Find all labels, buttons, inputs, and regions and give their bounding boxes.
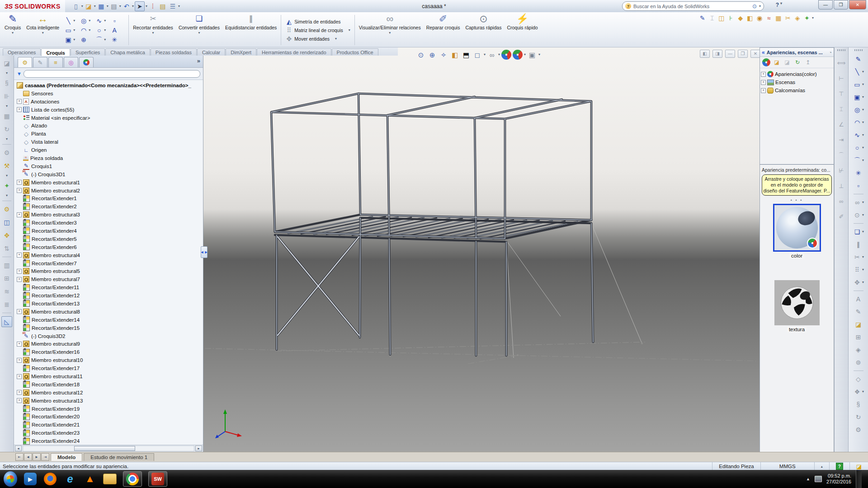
tab-chapa-met-lica[interactable]: Chapa metálica (105, 48, 150, 56)
tab-herramientas-de-renderizado[interactable]: Herramientas de renderizado (257, 48, 331, 56)
tab-nav-icon[interactable]: ⇥ (41, 453, 49, 461)
start-button[interactable] (4, 472, 17, 486)
horizontal-dimension-icon[interactable]: ⊢ (837, 74, 846, 83)
displaymanager-tab[interactable] (79, 57, 94, 67)
collapse-panel-icon[interactable]: ◧ (700, 50, 710, 58)
dropdown-arrow-icon[interactable]: ▾ (89, 28, 90, 32)
doc-restore-icon[interactable]: ❐ (738, 50, 748, 58)
display-style-icon[interactable]: ◻ (472, 50, 482, 60)
dropdown-arrow-icon[interactable]: ▾ (862, 255, 864, 259)
expand-toggle[interactable]: + (17, 212, 22, 217)
pane-splitter-dots[interactable]: ▴ ▴ ▴ (760, 198, 834, 201)
dropdown-arrow-icon[interactable]: ▾ (484, 53, 486, 56)
refresh-icon[interactable]: ↻ (793, 58, 802, 66)
reference-geometry-icon[interactable]: ✦ (802, 14, 811, 23)
new-window-icon[interactable]: ◫ (2, 217, 12, 227)
sketch-icon[interactable]: ✎ (854, 55, 863, 64)
dropdown-arrow-icon[interactable]: ▾ (198, 31, 200, 35)
previous-view-icon[interactable]: ✧ (439, 50, 448, 60)
expand-toggle[interactable]: + (17, 342, 22, 347)
baseline-dimension-icon[interactable]: ⌶ (837, 104, 846, 113)
weldment-frame-model[interactable] (203, 47, 760, 452)
network-icon[interactable] (815, 476, 822, 482)
tree-item[interactable]: +Miembro estructural12 (16, 389, 203, 397)
croquis-rapido-button[interactable]: ⚡ Croquis rápido (504, 13, 540, 44)
zoom-to-area-icon[interactable]: ⊕ (427, 50, 437, 60)
panel-splitter-handle[interactable]: ◄► (201, 246, 208, 258)
import-annotation-icon[interactable]: ◪ (854, 320, 863, 329)
dropdown-arrow-icon[interactable]: ▾ (119, 5, 121, 8)
trim-extend-icon[interactable]: ⊦ (726, 14, 736, 23)
path-length-icon[interactable]: ⌒ (837, 150, 846, 160)
dropdown-arrow-icon[interactable]: ▾ (862, 281, 864, 284)
dropdown-arrow-icon[interactable]: ▾ (104, 19, 106, 23)
tab-dimxpert[interactable]: DimXpert (226, 48, 256, 56)
dimxpertmanager-tab[interactable]: ◎ (64, 57, 78, 67)
dropdown-arrow-icon[interactable]: ▾ (94, 5, 96, 8)
select-region-icon[interactable]: ▫ (854, 181, 863, 190)
note-icon[interactable]: A (854, 295, 863, 304)
model-tab-modelo[interactable]: Modelo (51, 453, 82, 461)
windows-media-player-icon[interactable]: ▶ (24, 472, 37, 486)
dropdown-arrow-icon[interactable]: ▾ (862, 390, 864, 394)
tree-item[interactable]: Recortar/Extender4 (16, 227, 203, 235)
reparar-croquis-button[interactable]: ✐ Reparar croquis (424, 13, 463, 44)
search-icon[interactable]: ⊙ (752, 3, 757, 9)
tree-item[interactable]: Recortar/Extender2 (16, 202, 203, 211)
tree-item[interactable]: (-) Croquis3D1 (16, 170, 203, 178)
dropdown-arrow-icon[interactable]: ▾ (73, 19, 75, 23)
insert-components-icon[interactable]: ◪ (2, 58, 12, 68)
tab-piezas-soldadas[interactable]: Piezas soldadas (151, 48, 197, 56)
tab-croquis[interactable]: Croquis (41, 48, 70, 56)
dropdown-arrow-icon[interactable]: ▾ (6, 194, 8, 197)
add-appearance-icon[interactable] (762, 58, 770, 66)
tree-item[interactable]: Recortar/Extender7 (16, 259, 203, 267)
cut-list-icon[interactable]: ▦ (774, 14, 783, 23)
dropdown-arrow-icon[interactable]: ▾ (389, 31, 391, 35)
convertir-entidades-button[interactable]: ❏ Convertir entidades ▾ (176, 13, 222, 44)
arc-icon[interactable]: ◠ (853, 118, 862, 127)
tree-item[interactable]: +Lista de cortes(55) (16, 106, 203, 114)
dropdown-arrow-icon[interactable]: ▾ (862, 159, 864, 162)
trim-tool-icon[interactable]: ⊬ (837, 166, 846, 175)
attach-icon[interactable]: § (2, 78, 12, 88)
dropdown-arrow-icon[interactable]: ▾ (862, 133, 864, 137)
asterisk-icon[interactable]: ✳ (110, 35, 119, 44)
dropdown-arrow-icon[interactable]: ▾ (498, 53, 500, 56)
dropdown-arrow-icon[interactable]: ▾ (42, 31, 44, 35)
weld-bead-icon[interactable]: ≈ (764, 14, 774, 23)
explorer-icon[interactable] (103, 472, 117, 486)
help-dropdown-icon[interactable]: ▾ (780, 2, 782, 8)
tree-item[interactable]: Croquis1 (16, 162, 203, 170)
solidworks-icon[interactable]: SW (148, 471, 167, 487)
expand-toggle[interactable]: + (17, 398, 22, 403)
convert-entities-icon[interactable]: ❏ (853, 227, 862, 236)
quick-snaps-icon[interactable]: ⊙ (853, 211, 862, 220)
dropdown-arrow-icon[interactable]: ▾ (104, 28, 106, 32)
open-icon[interactable]: ◪ (84, 2, 93, 11)
sketch3d-icon[interactable]: ✎ (698, 14, 707, 23)
ellipse-icon[interactable]: ○ (853, 143, 862, 152)
model-tab-estudio-de-movimiento-1[interactable]: Estudio de movimiento 1 (84, 453, 154, 461)
smart-dimension-icon[interactable]: ⟺ (837, 58, 846, 67)
point-icon[interactable]: ⊕ (79, 35, 88, 44)
tree-item[interactable]: +Miembro estructural2 (16, 187, 203, 195)
motion-study-icon[interactable]: ⚙ (2, 204, 12, 214)
exploded-view-icon[interactable]: ✥ (2, 230, 12, 240)
dropdown-arrow-icon[interactable]: ▾ (862, 70, 864, 74)
expand-toggle[interactable]: + (17, 180, 22, 185)
tree-item[interactable]: Material <sin especificar> (16, 114, 203, 122)
dropdown-arrow-icon[interactable]: ▾ (349, 28, 350, 32)
expand-toggle[interactable]: + (17, 277, 22, 282)
chrome-icon[interactable] (123, 471, 142, 487)
expand-toggle[interactable]: + (17, 107, 22, 112)
help-button[interactable]: ? (776, 2, 779, 8)
open-library-icon[interactable]: ◪ (773, 58, 781, 66)
quick-tips-icon[interactable]: ? (836, 463, 843, 470)
sketch-edit-icon[interactable]: ✐ (837, 212, 846, 221)
text-icon[interactable]: A (110, 26, 119, 35)
dropdown-arrow-icon[interactable]: ▾ (107, 5, 108, 8)
apply-scene-icon[interactable] (513, 50, 523, 60)
expand-toggle[interactable]: + (17, 374, 22, 379)
tree-item[interactable]: Recortar/Extender18 (16, 380, 203, 389)
